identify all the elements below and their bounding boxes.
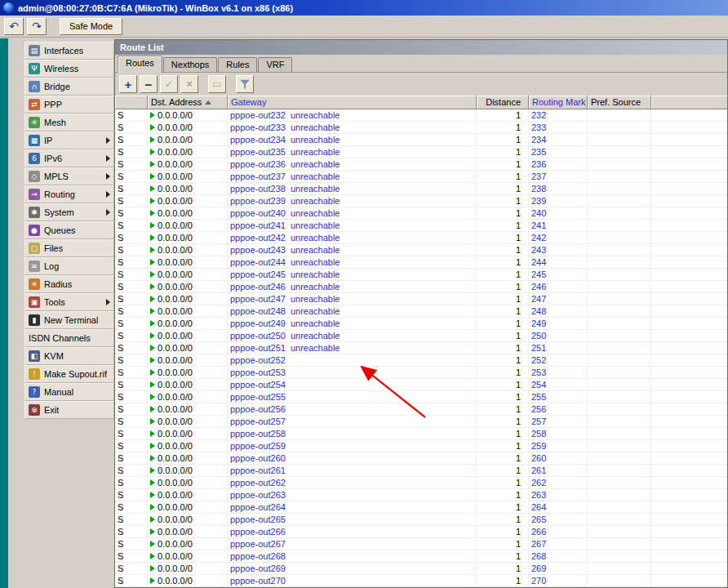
filter-button[interactable] bbox=[236, 75, 254, 93]
sidebar-item-label: Queues bbox=[44, 225, 76, 235]
winbox-app-icon[interactable] bbox=[3, 2, 14, 13]
table-row[interactable]: S0.0.0.0/0pppoe-out2691269 bbox=[115, 563, 727, 575]
gateway-name: pppoe-out248 bbox=[230, 306, 286, 316]
sidebar-item-log[interactable]: ≡Log bbox=[24, 257, 114, 275]
tab-routes[interactable]: Routes bbox=[118, 56, 162, 73]
add-route-button[interactable]: + bbox=[119, 75, 137, 93]
table-row[interactable]: S0.0.0.0/0pppoe-out237unreachable1237 bbox=[115, 171, 727, 183]
tab-nexthops[interactable]: Nexthops bbox=[163, 57, 217, 72]
table-row[interactable]: S0.0.0.0/0pppoe-out2541254 bbox=[115, 379, 727, 391]
disable-route-button[interactable]: × bbox=[180, 75, 198, 93]
table-row[interactable]: S0.0.0.0/0pppoe-out235unreachable1235 bbox=[115, 146, 727, 158]
table-row[interactable]: S0.0.0.0/0pppoe-out2531253 bbox=[115, 367, 727, 379]
sidebar-item-label: KVM bbox=[44, 351, 64, 361]
row-filler bbox=[651, 146, 727, 158]
sidebar-item-interfaces[interactable]: ▤Interfaces bbox=[24, 42, 114, 60]
sidebar-item-isdn-channels[interactable]: ISDN Channels bbox=[24, 329, 114, 347]
table-row[interactable]: S0.0.0.0/0pppoe-out245unreachable1245 bbox=[115, 269, 727, 281]
sidebar-item-queues[interactable]: ●Queues bbox=[24, 221, 114, 239]
sidebar-item-mpls[interactable]: ◇MPLS bbox=[24, 167, 114, 185]
sidebar-item-radius[interactable]: ✳Radius bbox=[24, 275, 114, 293]
route-flags: S bbox=[115, 465, 148, 476]
row-filler bbox=[651, 563, 727, 574]
table-row[interactable]: S0.0.0.0/0pppoe-out232unreachable1232 bbox=[115, 109, 727, 122]
gateway-status: unreachable bbox=[291, 196, 340, 206]
route-dst-address: 0.0.0.0/0 bbox=[148, 440, 228, 452]
route-flags: S bbox=[115, 293, 148, 305]
table-row[interactable]: S0.0.0.0/0pppoe-out244unreachable1244 bbox=[115, 256, 727, 269]
table-row[interactable]: S0.0.0.0/0pppoe-out234unreachable1234 bbox=[115, 134, 727, 146]
table-row[interactable]: S0.0.0.0/0pppoe-out240unreachable1240 bbox=[115, 207, 727, 220]
table-row[interactable]: S0.0.0.0/0pppoe-out239unreachable1239 bbox=[115, 195, 727, 207]
table-row[interactable]: S0.0.0.0/0pppoe-out233unreachable1233 bbox=[115, 122, 727, 134]
sidebar-item-system[interactable]: ✱System bbox=[24, 203, 114, 221]
table-row[interactable]: S0.0.0.0/0pppoe-out2681268 bbox=[115, 550, 727, 563]
sidebar-item-ipv6[interactable]: 6IPv6 bbox=[24, 149, 114, 167]
col-header-pref-source[interactable]: Pref. Source bbox=[588, 96, 651, 109]
table-row[interactable]: S0.0.0.0/0pppoe-out2651265 bbox=[115, 514, 727, 526]
sidebar-item-mesh[interactable]: ✳Mesh bbox=[24, 114, 114, 131]
table-row[interactable]: S0.0.0.0/0pppoe-out236unreachable1236 bbox=[115, 158, 727, 171]
table-row[interactable]: S0.0.0.0/0pppoe-out2571257 bbox=[115, 416, 727, 428]
route-dst-address: 0.0.0.0/0 bbox=[148, 550, 228, 562]
table-row[interactable]: S0.0.0.0/0pppoe-out250unreachable1250 bbox=[115, 330, 727, 342]
table-row[interactable]: S0.0.0.0/0pppoe-out248unreachable1248 bbox=[115, 305, 727, 318]
route-gateway: pppoe-out248unreachable bbox=[228, 305, 477, 317]
undo-button[interactable]: ↶ bbox=[4, 18, 24, 35]
tab-vrf[interactable]: VRF bbox=[258, 57, 292, 72]
comment-route-button[interactable]: ▭ bbox=[208, 75, 226, 93]
table-row[interactable]: S0.0.0.0/0pppoe-out242unreachable1242 bbox=[115, 232, 727, 244]
table-row[interactable]: S0.0.0.0/0pppoe-out2671267 bbox=[115, 538, 727, 550]
sidebar-item-manual[interactable]: ?Manual bbox=[24, 383, 114, 401]
table-row[interactable]: S0.0.0.0/0pppoe-out251unreachable1251 bbox=[115, 342, 727, 354]
table-row[interactable]: S0.0.0.0/0pppoe-out2631263 bbox=[115, 489, 727, 501]
remove-route-button[interactable]: − bbox=[140, 75, 158, 93]
route-active-icon bbox=[150, 247, 155, 253]
col-header-gateway[interactable]: Gateway bbox=[228, 96, 477, 109]
route-pref-source bbox=[588, 403, 651, 415]
sidebar-item-wireless[interactable]: ΨWireless bbox=[24, 60, 114, 78]
table-row[interactable]: S0.0.0.0/0pppoe-out2621262 bbox=[115, 477, 727, 489]
table-row[interactable]: S0.0.0.0/0pppoe-out247unreachable1247 bbox=[115, 293, 727, 305]
sidebar-item-bridge[interactable]: ∩Bridge bbox=[24, 78, 114, 96]
table-row[interactable]: S0.0.0.0/0pppoe-out2601260 bbox=[115, 452, 727, 465]
sidebar-item-new-terminal[interactable]: ▮New Terminal bbox=[24, 311, 114, 329]
sidebar-item-ip[interactable]: ▦IP bbox=[24, 131, 114, 149]
table-row[interactable]: S0.0.0.0/0pppoe-out2641264 bbox=[115, 501, 727, 514]
sidebar-item-tools[interactable]: ▣Tools bbox=[24, 293, 114, 311]
col-header-routing-mark[interactable]: Routing Mark bbox=[529, 96, 588, 109]
safe-mode-button[interactable]: Safe Mode bbox=[60, 18, 122, 35]
gateway-name: pppoe-out262 bbox=[230, 478, 286, 488]
col-header-distance[interactable]: Distance bbox=[477, 96, 529, 109]
sidebar-item-kvm[interactable]: ◧KVM bbox=[24, 347, 114, 365]
col-header-blank[interactable] bbox=[651, 96, 727, 109]
table-row[interactable]: S0.0.0.0/0pppoe-out243unreachable1243 bbox=[115, 244, 727, 256]
table-row[interactable]: S0.0.0.0/0pppoe-out2521252 bbox=[115, 354, 727, 367]
row-filler bbox=[651, 158, 727, 170]
table-row[interactable]: S0.0.0.0/0pppoe-out2561256 bbox=[115, 403, 727, 416]
table-row[interactable]: S0.0.0.0/0pppoe-out2611261 bbox=[115, 465, 727, 477]
enable-route-button[interactable]: ✓ bbox=[160, 75, 178, 93]
table-row[interactable]: S0.0.0.0/0pppoe-out241unreachable1241 bbox=[115, 220, 727, 232]
col-header-blank[interactable] bbox=[115, 96, 148, 109]
table-row[interactable]: S0.0.0.0/0pppoe-out2661266 bbox=[115, 526, 727, 538]
route-active-icon bbox=[150, 406, 155, 412]
table-row[interactable]: S0.0.0.0/0pppoe-out2701270 bbox=[115, 575, 727, 587]
sidebar-item-ppp[interactable]: ⇄PPP bbox=[24, 96, 114, 114]
redo-button[interactable]: ↷ bbox=[27, 18, 47, 35]
table-row[interactable]: S0.0.0.0/0pppoe-out2581258 bbox=[115, 428, 727, 440]
tab-rules[interactable]: Rules bbox=[218, 57, 257, 72]
table-row[interactable]: S0.0.0.0/0pppoe-out249unreachable1249 bbox=[115, 318, 727, 330]
table-row[interactable]: S0.0.0.0/0pppoe-out2551255 bbox=[115, 391, 727, 403]
sidebar-item-files[interactable]: ▢Files bbox=[24, 239, 114, 257]
row-filler bbox=[651, 195, 727, 207]
route-flags: S bbox=[115, 550, 148, 562]
sidebar-item-exit[interactable]: ⊗Exit bbox=[24, 401, 114, 419]
route-routing-mark: 240 bbox=[529, 207, 588, 219]
sidebar-item-make-supout-rif[interactable]: !Make Supout.rif bbox=[24, 365, 114, 383]
col-header-dst-address[interactable]: Dst. Address bbox=[148, 96, 228, 109]
table-row[interactable]: S0.0.0.0/0pppoe-out2591259 bbox=[115, 440, 727, 452]
table-row[interactable]: S0.0.0.0/0pppoe-out238unreachable1238 bbox=[115, 183, 727, 195]
sidebar-item-routing[interactable]: ⇒Routing bbox=[24, 185, 114, 203]
table-row[interactable]: S0.0.0.0/0pppoe-out246unreachable1246 bbox=[115, 281, 727, 293]
